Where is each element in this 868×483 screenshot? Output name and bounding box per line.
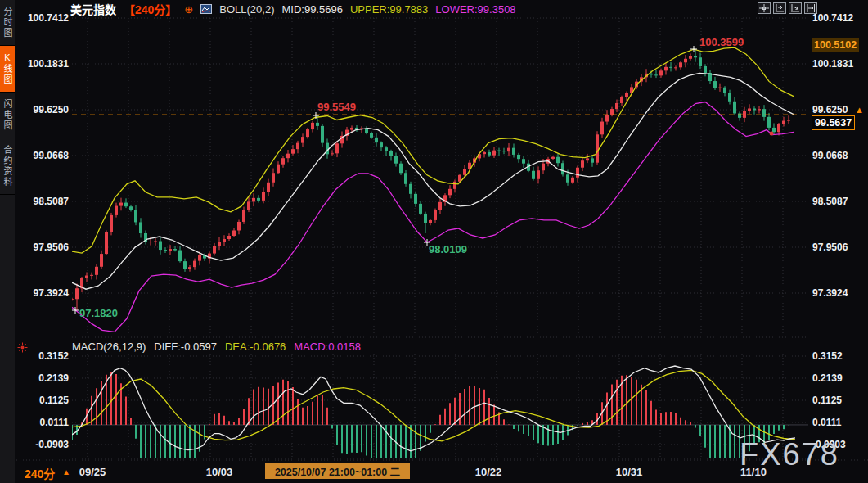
chart-type-icon[interactable] [200, 4, 212, 14]
axis-tick-label: 0.2139 [18, 372, 69, 384]
period-dropdown-icon[interactable]: ▲ [62, 467, 70, 476]
axis-tick-label: 99.0668 [18, 150, 69, 161]
x-axis-date-label: 09/25 [79, 466, 106, 478]
axis-tick-label: 0.0111 [18, 417, 69, 428]
axis-tick-label: 100.7412 [812, 12, 853, 24]
axis-tick-label: 99.0668 [812, 150, 848, 161]
axis-tick-label: 98.5087 [812, 196, 848, 207]
axis-tick-label: 100.1831 [18, 58, 69, 70]
macd-diff-value: DIFF:-0.0597 [154, 341, 217, 353]
boll-label: BOLL(20,2) [219, 3, 274, 16]
axis-tick-label: 99.6250 [18, 104, 69, 115]
axis-tick-label: 0.0111 [812, 417, 841, 428]
axis-pan-right-icon[interactable] [804, 2, 817, 14]
axis-tick-label: 99.6250 [812, 104, 848, 115]
axis-tick-label: 97.9506 [812, 242, 848, 253]
crosshair-icon[interactable] [758, 2, 771, 14]
axis-scale-left-icon[interactable] [773, 2, 786, 14]
axis-tick-label: 98.5087 [18, 196, 69, 207]
axis-tick-label: 100.1831 [812, 58, 853, 70]
session-high-badge: 100.5102 [812, 38, 859, 52]
sidebar-item-contract-info[interactable]: 合约资料 [0, 138, 15, 195]
period-selector[interactable]: 240分 [25, 465, 55, 481]
chart-header: 美元指数 【240分】 ⊕ BOLL(20,2) MID:99.5696 UPP… [70, 2, 516, 16]
time-axis-bar: 240分 ▲ 2025/10/07 21:00~01:00 二 09/2510/… [0, 461, 868, 483]
axis-tick-label: 0.1125 [812, 395, 842, 406]
main-chart-pane[interactable] [72, 18, 808, 337]
sidebar-item-timeshare[interactable]: 分时图 [0, 0, 15, 46]
x-axis-date-label: 10/31 [616, 466, 643, 478]
sidebar-item-lightning[interactable]: 闪电图 [0, 93, 15, 138]
axis-tick-label: 100.7412 [18, 12, 69, 24]
indicator-settings-icon[interactable] [17, 341, 28, 356]
boll-lower-value: LOWER:99.3508 [435, 3, 515, 16]
axis-tick-label: 97.9506 [18, 242, 69, 253]
last-price-badge: 99.5637 [812, 115, 855, 130]
x-axis-date-label: 10/22 [475, 466, 502, 478]
period-label[interactable]: 【240分】 [124, 1, 177, 17]
x-axis-date-label: 10/03 [206, 466, 233, 478]
axis-tick-label: 0.2139 [812, 372, 843, 384]
add-indicator-icon[interactable]: ⊕ [184, 3, 193, 16]
boll-mid-value: MID:99.5696 [281, 3, 342, 16]
price-marker-icon[interactable]: ▲ [855, 105, 864, 115]
axis-tick-label: 97.3924 [812, 287, 848, 299]
sidebar-item-kline[interactable]: K线图 [0, 46, 15, 93]
trading-app-window: 分时图 K线图 闪电图 合约资料 美元指数 【240分】 ⊕ BOLL(20,2… [0, 0, 868, 483]
macd-name-label: MACD(26,12,9) [72, 341, 146, 353]
macd-pane[interactable] [72, 354, 808, 458]
sidebar: 分时图 K线图 闪电图 合约资料 [0, 0, 15, 483]
macd-header: MACD(26,12,9) DIFF:-0.0597 DEA:-0.0676 M… [72, 341, 361, 353]
axis-tick-label: 0.3152 [812, 350, 843, 362]
brand-watermark: FX678 [740, 437, 839, 472]
macd-dea-value: DEA:-0.0676 [225, 341, 286, 353]
axis-scale-right-icon[interactable] [789, 2, 802, 14]
chart-toolbar [758, 2, 817, 14]
boll-upper-value: UPPER:99.7883 [350, 3, 428, 16]
axis-tick-label: -0.0903 [18, 439, 69, 450]
macd-macd-value: MACD:0.0158 [294, 341, 361, 353]
symbol-title: 美元指数 [70, 1, 116, 17]
hovered-candle-datetime: 2025/10/07 21:00~01:00 二 [265, 463, 410, 479]
axis-tick-label: 0.1125 [18, 395, 69, 406]
axis-tick-label: 97.3924 [18, 287, 69, 299]
